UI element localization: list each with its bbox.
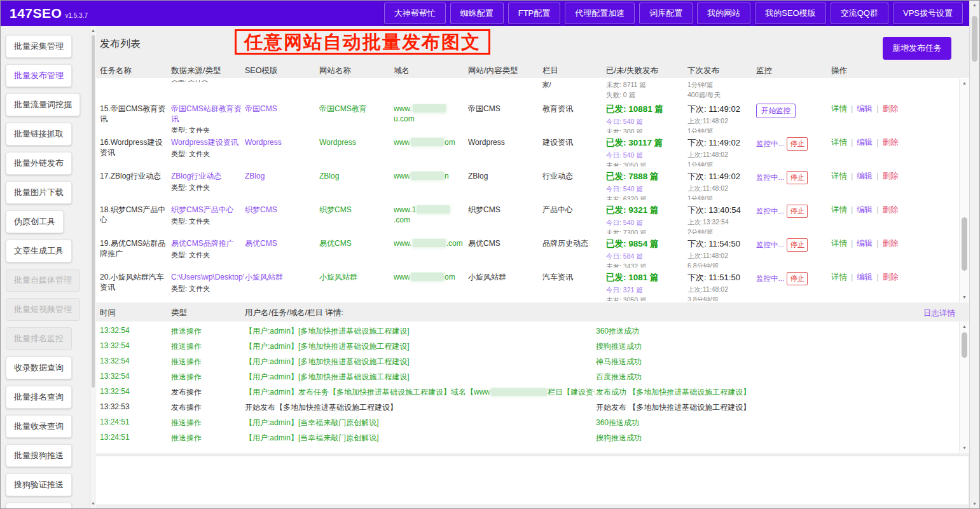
sidebar-item: 批量短视频管理 [6, 298, 80, 321]
sidebar-item[interactable]: 收录数据查询 [6, 356, 72, 379]
log-detail-link[interactable]: 日志详情 [923, 308, 955, 319]
edit-link[interactable]: 编辑 [857, 273, 873, 282]
sidebar-item[interactable]: 批量搜狗反馈 [6, 503, 72, 508]
detail-link[interactable]: 详情 [831, 273, 847, 282]
log-row: 13:32:54 推送操作 【用户:admin】[多地加快推进基础设施工程建设]… [96, 356, 969, 372]
topbar-nav-item[interactable]: FTP配置 [508, 3, 561, 24]
topbar-nav-item[interactable]: 交流QQ群 [831, 3, 888, 24]
detail-link[interactable]: 详情 [831, 104, 847, 113]
detail-link[interactable]: 详情 [831, 239, 847, 248]
topbar-nav-item[interactable]: 我的网站 [697, 3, 750, 24]
scroll-down-icon[interactable]: ▼ [960, 294, 969, 301]
log-type: 发布操作 [171, 402, 244, 413]
log-col-type: 类型 [171, 308, 244, 318]
stop-monitor-button[interactable]: 停止 [787, 238, 808, 252]
delete-link[interactable]: 删除 [883, 273, 899, 282]
seo-template: 小旋风站群 [245, 272, 318, 301]
table-scrollbar-thumb[interactable] [962, 217, 967, 271]
action-separator: | [851, 104, 853, 113]
topbar-nav-item[interactable]: 蜘蛛配置 [450, 3, 504, 24]
main-scrollbar[interactable]: ▲ ▼ [969, 1, 979, 508]
published-count: 已发: 30117 篇 [606, 137, 686, 149]
stop-monitor-button[interactable]: 停止 [787, 272, 808, 285]
sidebar-item[interactable]: 伪原创工具 [6, 210, 64, 233]
topbar-nav-item[interactable]: 大神帮帮忙 [384, 3, 446, 24]
page-title: 发布列表 [100, 37, 141, 51]
detail-link[interactable]: 详情 [831, 205, 847, 214]
scroll-down-icon[interactable]: ▼ [970, 501, 979, 507]
schedule-cell: 下次: 13:40:54 上次:13:32:54 2分钟/篇 540篇/每天 [687, 205, 755, 234]
stop-monitor-button[interactable]: 停止 [787, 171, 808, 184]
log-col-detail: 用户名/任务/域名/栏目 详情: [245, 308, 595, 318]
published-count: 已发: 7888 篇 [606, 171, 686, 182]
sidebar-item[interactable]: 批量图片下载 [6, 181, 72, 204]
log-type: 推送操作 [171, 372, 244, 383]
edit-link[interactable]: 编辑 [857, 138, 873, 147]
topbar-nav-item[interactable]: 我的SEO模版 [755, 3, 825, 24]
action-separator: | [876, 172, 878, 180]
sidebar-scrollbar[interactable]: ▲ ▼ [90, 26, 96, 508]
column-name: 品牌历史动态 [542, 238, 605, 268]
sidebar-item[interactable]: 批量采集管理 [6, 35, 72, 58]
edit-link[interactable]: 编辑 [857, 239, 873, 248]
column-name: 产品中心 [542, 205, 605, 234]
publish-stats: 已发: 30117 篇 今日: 540 篇 未发: 3050 篇 失败: 0 篇 [606, 137, 686, 166]
data-source-cell: ZBlog行业动态 类型: 文件夹 [171, 171, 244, 200]
topbar-nav-item[interactable]: 词库配置 [639, 3, 693, 24]
redacted-domain [413, 239, 446, 247]
sidebar-item[interactable]: 文章生成工具 [6, 240, 72, 262]
log-scrollbar[interactable]: ▲ ▼ [959, 322, 969, 452]
edit-link[interactable]: 编辑 [857, 104, 873, 113]
schedule-cell: 下次: 11:49:02 上次:11:48:02 1分钟/篇 100篇/每天 [687, 104, 755, 133]
log-row: 13:32:53 发布操作 开始发布【多地加快推进基础设施工程建设】 开始发布 … [96, 402, 969, 417]
task-name: 17.ZBlog行业动态 [100, 171, 170, 200]
log-row: 13:32:54 发布操作 【用户:admin】发布任务【多地加快推进基础设施工… [96, 387, 969, 402]
delete-link[interactable]: 删除 [883, 205, 899, 214]
published-count: 已发: 9321 篇 [606, 205, 686, 216]
failed-count: 失败: 0 篇 [606, 90, 686, 99]
scroll-up-icon[interactable]: ▲ [960, 80, 969, 86]
domain-suffix: .com [394, 215, 410, 224]
start-monitor-button[interactable]: 开始监控 [756, 104, 796, 118]
sidebar-item[interactable]: 批量搜狗推送 [6, 444, 72, 467]
delete-link[interactable]: 删除 [883, 138, 899, 147]
log-detail-text: 【用户:admin】[当幸福来敲门原创解说] [245, 433, 379, 442]
scroll-down-icon[interactable]: ▼ [90, 501, 96, 507]
sidebar-item[interactable]: 批量流量词挖掘 [6, 93, 80, 116]
column-name: 汽车资讯 [542, 272, 605, 301]
topbar-nav-item[interactable]: VPS拨号设置 [893, 3, 963, 24]
site-name: 小旋风站群 [319, 272, 392, 301]
edit-link[interactable]: 编辑 [857, 172, 873, 180]
today-count: 今日: 540 篇 [606, 117, 686, 126]
main-scrollbar-thumb[interactable] [972, 16, 977, 62]
sidebar-item[interactable]: 批量链接抓取 [6, 123, 72, 146]
log-scrollbar-thumb[interactable] [962, 332, 967, 358]
edit-link[interactable]: 编辑 [857, 205, 873, 214]
task-table: 类型: 文件夹 家/ 未发: 8711 篇 失败: 0 篇 1分钟/篇 400篇… [96, 78, 969, 302]
sidebar-item[interactable]: 批量收录查询 [6, 415, 72, 438]
column-header: SEO模版 [245, 65, 318, 76]
sidebar-item[interactable]: 批量排名查询 [6, 386, 72, 409]
detail-link[interactable]: 详情 [831, 138, 847, 147]
detail-link[interactable]: 详情 [831, 172, 847, 180]
sidebar-item[interactable]: 批量外链发布 [6, 152, 72, 175]
sidebar-scrollbar-thumb[interactable] [92, 35, 95, 388]
sidebar-item[interactable]: 批量发布管理 [6, 64, 72, 87]
log-detail: 【用户:admin】[多地加快推进基础设施工程建设] [245, 356, 595, 367]
delete-link[interactable]: 删除 [883, 239, 899, 248]
stop-monitor-button[interactable]: 停止 [787, 205, 808, 218]
log-status: 搜狗推送成功 [596, 341, 958, 352]
log-type: 发布操作 [171, 387, 244, 398]
delete-link[interactable]: 删除 [883, 104, 899, 113]
scroll-down-icon[interactable]: ▼ [960, 445, 969, 451]
scroll-up-icon[interactable]: ▲ [960, 323, 969, 330]
scroll-up-icon[interactable]: ▲ [970, 2, 979, 8]
table-scrollbar[interactable]: ▲ ▼ [959, 79, 969, 302]
add-task-button[interactable]: 新增发布任务 [883, 37, 951, 60]
sidebar-item[interactable]: 搜狗验证推送 [6, 473, 72, 496]
delete-link[interactable]: 删除 [883, 172, 899, 180]
log-detail-text: 【用户:admin】[多地加快推进基础设施工程建设] [245, 357, 410, 366]
stop-monitor-button[interactable]: 停止 [787, 137, 808, 151]
topbar-nav-item[interactable]: 代理配置加速 [565, 3, 635, 24]
scroll-up-icon[interactable]: ▲ [90, 27, 96, 34]
